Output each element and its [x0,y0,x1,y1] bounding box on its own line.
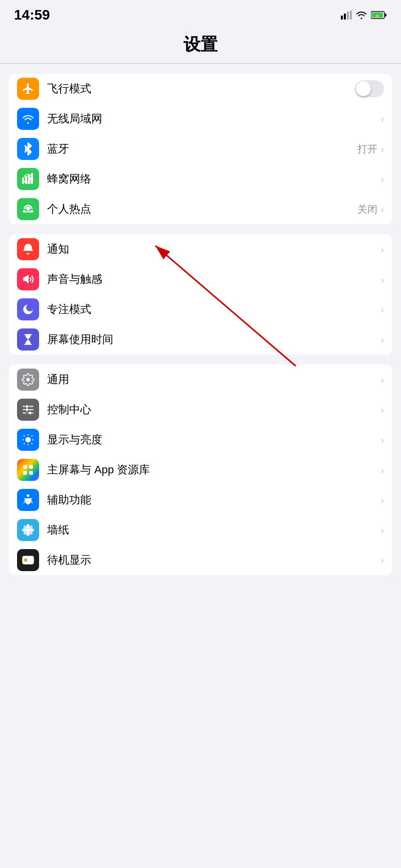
row-homescreen[interactable]: 主屏幕与 App 资源库 › [9,455,392,485]
focus-label: 专注模式 [47,302,380,317]
display-chevron: › [380,434,384,446]
row-screentime[interactable]: 屏幕使用时间 › [9,324,392,355]
row-controlcenter[interactable]: 控制中心 › [9,395,392,425]
row-general[interactable]: 通用 › [9,365,392,395]
row-display[interactable]: 显示与亮度 › [9,425,392,455]
row-focus[interactable]: 专注模式 › [9,294,392,324]
airplane-toggle[interactable] [355,80,384,97]
homescreen-chevron: › [380,464,384,476]
wifi-icon [356,11,367,20]
svg-rect-0 [341,16,343,20]
hotspot-icon-bg [17,198,39,220]
focus-icon-bg [17,298,39,320]
svg-text:⚡: ⚡ [374,13,380,19]
wallpaper-label: 墙纸 [47,523,380,538]
row-notifications[interactable]: 通知 › [9,234,392,264]
row-hotspot[interactable]: 个人热点 关闭 › [9,194,392,224]
settings-group-general: 通用 › 控制中心 › [9,365,392,575]
svg-line-39 [32,436,33,437]
svg-rect-57 [28,559,32,560]
display-label: 显示与亮度 [47,432,380,447]
flower-icon [22,524,35,537]
svg-rect-20 [24,344,32,345]
svg-rect-41 [29,465,33,469]
homescreen-label: 主屏幕与 App 资源库 [47,462,380,477]
row-wifi[interactable]: 无线局域网 › [9,104,392,134]
svg-rect-42 [23,471,27,475]
notifications-chevron: › [380,244,384,255]
bluetooth-label: 蓝牙 [47,141,357,156]
hourglass-icon [22,333,35,346]
airplane-label: 飞行模式 [47,81,355,96]
row-wallpaper[interactable]: 墙纸 › [9,515,392,545]
notifications-label: 通知 [47,242,380,257]
airplane-icon [22,82,35,95]
controlcenter-label: 控制中心 [47,402,380,417]
svg-point-21 [27,378,30,382]
hotspot-icon [22,203,35,216]
signal-icon [341,11,352,20]
standby-label: 待机显示 [47,553,380,568]
general-label: 通用 [47,372,380,387]
sound-label: 声音与触感 [47,272,380,287]
accessibility-chevron: › [380,494,384,506]
wifi-icon-bg [17,108,39,130]
cellular-icon [22,172,35,186]
svg-rect-43 [29,471,33,475]
svg-point-30 [29,411,32,415]
svg-rect-58 [28,561,31,562]
controlcenter-chevron: › [380,404,384,416]
cellular-chevron: › [380,173,384,185]
svg-point-44 [27,494,29,497]
sound-chevron: › [380,274,384,285]
svg-point-14 [27,208,30,211]
svg-line-38 [24,443,25,444]
battery-icon: ⚡ [371,11,387,20]
hotspot-chevron: › [380,204,384,215]
accessibility-icon-bg [17,489,39,511]
status-icons: ⚡ [341,11,387,20]
row-standby[interactable]: 待机显示 › [9,545,392,575]
row-accessibility[interactable]: 辅助功能 › [9,485,392,515]
svg-rect-40 [23,465,27,469]
general-icon-bg [17,369,39,391]
bell-icon [22,243,35,256]
airplane-icon-bg [17,78,39,100]
sound-icon-bg [17,268,39,290]
svg-rect-56 [24,559,27,562]
focus-chevron: › [380,304,384,315]
cellular-icon-bg [17,168,39,190]
notifications-icon-bg [17,238,39,260]
svg-point-31 [26,437,31,443]
standby-icon-bg [17,549,39,571]
wifi-label: 无线局域网 [47,111,380,126]
row-sound[interactable]: 声音与触感 › [9,264,392,294]
svg-rect-5 [385,14,386,17]
screentime-icon-bg [17,328,39,351]
sun-icon [22,433,35,446]
svg-rect-3 [350,11,352,20]
cellular-label: 蜂窝网络 [47,171,380,187]
row-bluetooth[interactable]: 蓝牙 打开 › [9,134,392,164]
bluetooth-chevron: › [380,143,384,155]
standby-chevron: › [380,555,384,566]
homescreen-icon-bg [17,459,39,481]
wifi-row-icon [22,112,35,125]
moon-icon [22,303,35,316]
settings-group-notifications: 通知 › 声音与触感 › 专注模式 › [9,234,392,355]
row-cellular[interactable]: 蜂窝网络 › [9,164,392,194]
gear-icon [22,373,35,386]
accessibility-icon [22,493,35,506]
screentime-chevron: › [380,334,384,345]
controlcenter-icon-bg [17,399,39,421]
svg-rect-19 [24,334,32,335]
row-airplane[interactable]: 飞行模式 [9,74,392,104]
bluetooth-icon [22,142,35,155]
hotspot-label: 个人热点 [47,202,357,217]
svg-marker-18 [23,275,29,283]
standby-icon [22,554,35,567]
bluetooth-icon-bg [17,138,39,160]
svg-rect-17 [25,211,31,212]
status-bar: 14:59 ⚡ [0,0,401,28]
wallpaper-icon-bg [17,519,39,541]
